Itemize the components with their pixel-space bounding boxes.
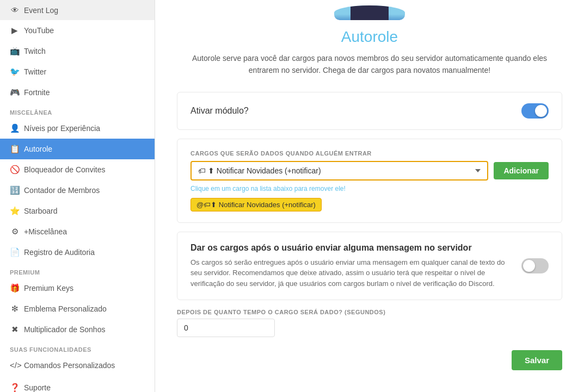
contador-icon: 🔢 [10, 185, 20, 195]
sidebar-item-mais-miscelanea[interactable]: ⚙ +Miscelânea [0, 221, 155, 242]
sidebar-item-label: Comandos Personalizados [24, 361, 115, 370]
eye-icon: 👁 [10, 5, 20, 15]
sidebar-item-comandos[interactable]: </> Comandos Personalizados [0, 355, 155, 375]
help-icon: ❓ [10, 383, 20, 392]
section-miscelanea-label: MISCELÂNEA [0, 103, 155, 118]
section-premium-label: PREMIUM [0, 263, 155, 278]
code-icon: </> [10, 360, 20, 370]
autorole-icon: 📋 [10, 144, 20, 154]
message-toggle-row: Dar os cargos após o usuário enviar algu… [190, 243, 549, 289]
twitter-icon: 🐦 [10, 67, 20, 77]
sidebar-item-label: Twitch [24, 47, 46, 55]
activate-label: Ativar módulo? [190, 106, 249, 116]
save-button[interactable]: Salvar [512, 350, 562, 370]
sidebar-item-label: Multiplicador de Sonhos [24, 325, 105, 334]
page-description: Autorole serve para você dar cargos para… [185, 52, 555, 77]
save-bar: Salvar [177, 350, 562, 370]
settings-icon: ⚙ [10, 227, 20, 237]
sidebar-item-label: YouTube [24, 26, 54, 35]
sidebar-item-autorole[interactable]: 📋 Autorole [0, 139, 155, 159]
sidebar-item-starboard[interactable]: ⭐ Starboard [0, 201, 155, 221]
page-title: Autorole [341, 28, 398, 46]
sidebar: 👁 Event Log ▶ YouTube 📺 Twitch 🐦 Twitter… [0, 0, 155, 392]
toggle-thumb [535, 105, 547, 117]
cargo-select[interactable]: 🏷 ⬆ Notificar Novidades (+notificar) [190, 161, 488, 181]
youtube-icon: ▶ [10, 26, 20, 35]
activate-module-section: Ativar módulo? [177, 92, 562, 130]
sidebar-item-label: Event Log [24, 6, 58, 15]
toggle-thumb-off [523, 260, 535, 272]
sidebar-item-label: Níveis por Experiência [24, 124, 100, 133]
key-icon: 🎁 [10, 283, 20, 293]
sidebar-item-label: Twitter [24, 67, 46, 76]
sidebar-item-label: Registro de Auditoria [24, 248, 95, 257]
multiply-icon: ✖ [10, 325, 20, 334]
twitch-icon: 📺 [10, 46, 20, 56]
sidebar-item-bloqueador[interactable]: 🚫 Bloqueador de Convites [0, 159, 155, 180]
sidebar-item-multiplicador[interactable]: ✖ Multiplicador de Sonhos [0, 319, 155, 340]
avatar: MEM [334, 5, 405, 20]
sidebar-item-label: Contador de Membros [24, 186, 100, 195]
sidebar-item-label: +Miscelânea [24, 227, 67, 236]
sidebar-item-fortnite[interactable]: 🎮 Fortnite [0, 82, 155, 103]
message-toggle-section: Dar os cargos após o usuário enviar algu… [177, 232, 562, 301]
message-section-title: Dar os cargos após o usuário enviar algu… [190, 243, 511, 253]
cargo-tag[interactable]: @🏷⬆ Notificar Novidades (+notificar) [190, 198, 322, 211]
delay-label: DEPOIS DE QUANTO TEMPO O CARGO SERÁ DADO… [177, 309, 562, 315]
cargo-tag-label: @🏷⬆ Notificar Novidades (+notificar) [196, 201, 316, 209]
main-content: MEM Autorole Autorole serve para você da… [155, 0, 584, 392]
cargo-select-row: 🏷 ⬆ Notificar Novidades (+notificar) Adi… [190, 161, 549, 181]
sidebar-item-premium-keys[interactable]: 🎁 Premium Keys [0, 278, 155, 298]
bloqueador-icon: 🚫 [10, 165, 20, 175]
add-cargo-button[interactable]: Adicionar [494, 162, 549, 179]
sidebar-item-emblema[interactable]: ❇ Emblema Personalizado [0, 298, 155, 319]
sidebar-item-youtube[interactable]: ▶ YouTube [0, 20, 155, 41]
toggle-track-off [521, 258, 549, 273]
cargo-field-label: CARGOS QUE SERÃO DADOS QUANDO ALGUÉM ENT… [190, 150, 549, 157]
message-section-desc: Os cargos só serão entregues após o usuá… [190, 257, 511, 289]
avatar-body: MEM [351, 5, 389, 20]
section-funcionalidades-label: SUAS FUNCIONALIDADES [0, 340, 155, 355]
sidebar-item-label: Bloqueador de Convites [24, 165, 105, 174]
sidebar-item-twitch[interactable]: 📺 Twitch [0, 41, 155, 61]
sidebar-item-label: Emblema Personalizado [24, 304, 107, 313]
sidebar-item-suporte[interactable]: ❓ Suporte [0, 377, 155, 392]
star-icon: ⭐ [10, 206, 20, 216]
niveis-icon: 👤 [10, 123, 20, 133]
sidebar-item-niveis[interactable]: 👤 Níveis por Experiência [0, 118, 155, 139]
sidebar-item-label: Fortnite [24, 88, 50, 97]
cargo-section: CARGOS QUE SERÃO DADOS QUANDO ALGUÉM ENT… [177, 139, 562, 223]
delay-section: DEPOIS DE QUANTO TEMPO O CARGO SERÁ DADO… [177, 309, 562, 337]
cargo-hint: Clique em um cargo na lista abaixo para … [190, 185, 549, 192]
activate-toggle[interactable] [521, 103, 549, 119]
sidebar-item-twitter[interactable]: 🐦 Twitter [0, 61, 155, 82]
sidebar-item-label: Premium Keys [24, 284, 73, 293]
sidebar-item-registro[interactable]: 📄 Registro de Auditoria [0, 242, 155, 263]
badge-icon: ❇ [10, 304, 20, 314]
log-icon: 📄 [10, 247, 20, 257]
activate-toggle-row: Ativar módulo? [190, 103, 549, 119]
sidebar-item-label: Autorole [24, 145, 52, 153]
delay-input[interactable] [177, 319, 275, 337]
message-toggle[interactable] [521, 258, 549, 273]
sidebar-item-label: Starboard [24, 207, 57, 215]
sidebar-item-contador[interactable]: 🔢 Contador de Membros [0, 180, 155, 201]
sidebar-item-event-log[interactable]: 👁 Event Log [0, 0, 155, 20]
sidebar-item-label: Suporte [24, 383, 51, 392]
toggle-track-on [521, 103, 549, 119]
fortnite-icon: 🎮 [10, 88, 20, 97]
